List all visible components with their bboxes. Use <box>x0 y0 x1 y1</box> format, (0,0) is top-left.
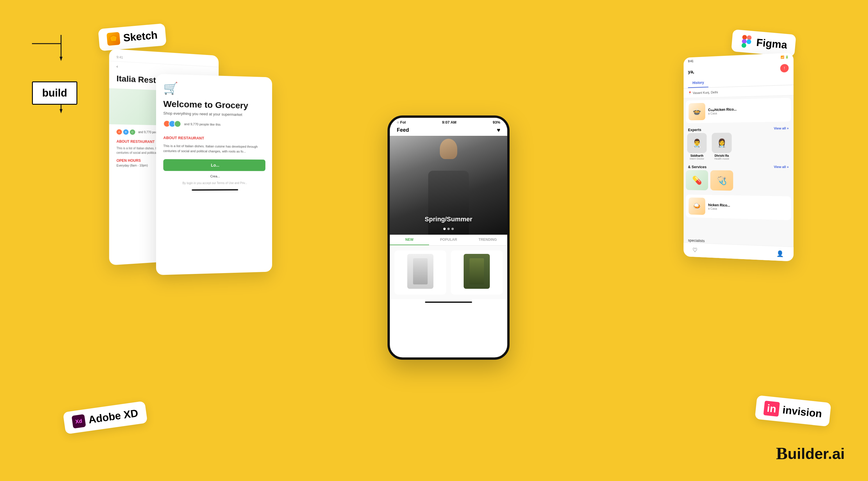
builder-logo: Builder.ai <box>776 444 845 463</box>
expert-1-role: Intern Doctor <box>686 157 708 160</box>
restaurant-time: 9:41 <box>117 55 123 59</box>
dot-3 <box>452 228 454 230</box>
services-label: & Services <box>688 164 707 169</box>
svg-marker-3 <box>60 109 62 113</box>
expert-2: 👩‍⚕️ Dhrishi Ra Health Assist <box>710 132 733 160</box>
tab-trending[interactable]: TRENDING <box>468 235 507 245</box>
food-info-1: Ctophicken Rico... a Casa <box>708 107 737 115</box>
right-experts-header: Experts View all » <box>684 124 794 133</box>
heart-icon: ♥ <box>497 127 500 133</box>
right-food-card-2: 🍛 hicken Rico... a Casa <box>686 194 791 220</box>
phone-hero-text: Spring/Summer <box>425 215 472 223</box>
svg-marker-1 <box>60 57 62 61</box>
food-info-2: hicken Rico... a Casa <box>708 203 730 211</box>
avatar3: C <box>130 129 135 135</box>
expert-2-name: Dhrishi Ra <box>710 154 733 157</box>
tab-new[interactable]: NEW <box>390 235 429 245</box>
right-food-card-1: 🍲 Ctophicken Rico... a Casa <box>686 98 791 123</box>
tab-popular[interactable]: POPULAR <box>429 235 468 245</box>
avatar1: A <box>117 129 122 134</box>
grocery-about-text: This is a list of Italian dishes. Italia… <box>156 143 272 154</box>
expert-1-avatar: 👨‍⚕️ <box>687 133 707 153</box>
phone-tabs: NEW POPULAR TRENDING <box>390 235 507 246</box>
grocery-create-text: Crea... <box>163 175 266 178</box>
grocery-likes: and 9,770 people like this <box>163 120 266 128</box>
build-label: build <box>42 87 67 99</box>
phone-hero-image: Spring/Summer <box>390 136 507 235</box>
grocery-home-indicator <box>192 189 238 191</box>
services-grid: 💊 🩺 <box>684 170 794 194</box>
dot-2 <box>447 228 450 230</box>
experts-view-all[interactable]: View all » <box>774 126 788 131</box>
right-notification: ! <box>780 64 788 73</box>
hero-pagination-dots <box>443 228 454 230</box>
right-screen: 9:41 📶 🔋 ya, ! History 📍 Vasant Kunj, De… <box>684 53 794 262</box>
grocery-avatar3 <box>174 120 181 128</box>
service-2: 🩺 <box>710 170 733 190</box>
food-place-2: a Casa <box>708 207 730 211</box>
expert-2-avatar: 👩‍⚕️ <box>712 132 732 153</box>
food-place-1: a Casa <box>708 111 737 115</box>
profile-nav-icon[interactable]: 👤 <box>776 250 784 258</box>
food-name-1: Ctophicken Rico... <box>708 107 737 112</box>
food-thumb-1: 🍲 <box>689 103 706 120</box>
builder-b-letter: B <box>776 444 787 463</box>
grocery-screen: 🛒 Welcome to Grocery Shop everything you… <box>156 74 272 275</box>
product-2 <box>451 250 503 295</box>
build-box: build <box>23 82 69 105</box>
phone-home-indicator <box>425 302 472 303</box>
builder-rest-text: uilder.ai <box>787 445 845 462</box>
grocery-subtitle: Shop everything you need at your superma… <box>163 111 266 117</box>
product-1-image <box>407 254 433 289</box>
center-phone: ○ Fol 9:07 AM 93% Feed ♥ Spring/Summer N… <box>388 116 509 360</box>
phone-time: 9:07 AM <box>442 120 456 124</box>
heart-nav-icon[interactable]: ♡ <box>692 247 698 253</box>
right-time: 9:41 <box>688 60 693 63</box>
services-view-all[interactable]: View all » <box>774 165 788 170</box>
service-1: 💊 <box>686 170 708 190</box>
food-name-2: hicken Rico... <box>708 203 730 207</box>
adobe-xd-icon: Xd <box>71 414 86 429</box>
food-thumb-2: 🍛 <box>689 198 706 215</box>
right-services-header: & Services View all » <box>684 162 794 171</box>
right-tab-history[interactable]: History <box>688 78 708 88</box>
product-2-image <box>464 254 490 289</box>
expert-1: 👨‍⚕️ Siddharth Intern Doctor <box>686 133 708 160</box>
right-username: ya, <box>688 69 694 74</box>
grocery-about-header: ABOUT RESTAURANT <box>156 132 272 144</box>
product-1 <box>395 250 446 295</box>
expert-2-role: Health Assist <box>710 157 733 160</box>
expert-1-name: Siddharth <box>686 154 708 157</box>
avatar2: B <box>123 129 129 134</box>
phone-status-bar: ○ Fol 9:07 AM 93% <box>390 118 507 124</box>
grocery-like-text: and 9,770 people like this <box>184 122 220 126</box>
screens-area: 9:41 ‹ Italia Restaurant 🥗 A B C and 9,7… <box>87 18 810 458</box>
phone-header-title: Feed <box>397 127 409 133</box>
phone-battery: 93% <box>493 120 500 124</box>
grocery-logo: 🛒 <box>163 81 266 97</box>
experts-label: Experts <box>688 128 702 132</box>
phone-products-grid <box>390 246 507 299</box>
dot-1 <box>443 228 446 230</box>
phone-carrier: ○ Fol <box>397 120 406 124</box>
grocery-terms: By login in you accept our Terms of Use … <box>156 181 272 185</box>
experts-list: 👨‍⚕️ Siddharth Intern Doctor 👩‍⚕️ Dhrish… <box>684 132 794 163</box>
grocery-title: Welcome to Grocery <box>163 98 266 111</box>
grocery-login-button[interactable]: Lo... <box>163 159 266 171</box>
phone-header: Feed ♥ <box>390 124 507 136</box>
right-signal: 📶 🔋 <box>780 55 788 59</box>
